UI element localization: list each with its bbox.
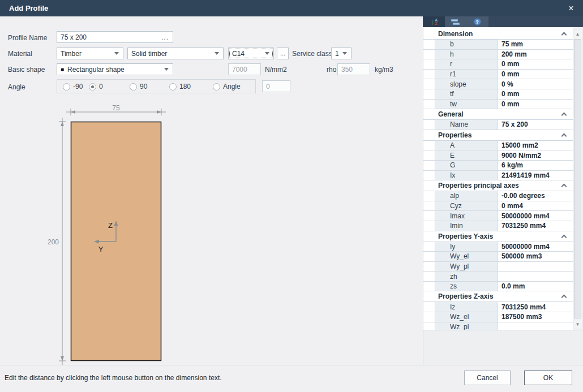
property-value[interactable]: -0.00 degrees [498,191,573,201]
property-value[interactable] [498,322,573,330]
radio-circle-icon[interactable] [130,83,137,91]
property-row[interactable]: Name75 x 200 [423,120,573,130]
height-dimension-arrows [61,122,64,361]
profile-name-ellipsis-button[interactable]: ... [161,33,169,41]
property-row[interactable]: slope0 % [423,79,573,89]
property-section-header[interactable]: Properties principal axes [423,180,573,191]
section-title: Properties Z-axis [423,292,562,300]
property-value[interactable]: 187500 mm3 [498,312,573,322]
radio-circle-icon[interactable] [89,83,96,91]
property-value[interactable]: 500000 mm3 [498,252,573,261]
property-row[interactable]: r0 mm [423,59,573,70]
property-row[interactable]: zs0.0 mm [423,282,573,292]
property-row[interactable]: Imax50000000 mm4 [423,211,573,221]
material-type-select[interactable]: Solid timber [127,48,224,59]
material-label: Material [8,50,32,58]
property-row[interactable]: E9000 N/mm2 [423,150,573,161]
property-section-header[interactable]: Properties [423,130,573,141]
collapse-chevron-icon[interactable] [561,133,567,139]
row-gutter [423,262,435,272]
collapse-chevron-icon[interactable] [561,184,567,189]
angle-radio-90[interactable]: 90 [130,83,147,91]
property-row[interactable]: Cyz0 mm4 [423,201,573,212]
property-row[interactable]: Wy_el500000 mm3 [423,252,573,262]
property-row[interactable]: h200 mm [423,50,573,60]
scroll-down-icon[interactable]: ▼ [573,320,582,329]
property-row[interactable]: Iy50000000 mm4 [423,242,573,252]
property-row[interactable]: b75 mm [423,40,573,50]
property-value[interactable]: 50000000 mm4 [498,242,573,252]
flat-view-button[interactable] [445,16,466,27]
ok-button[interactable]: OK [524,371,572,385]
property-section-header[interactable]: Properties Z-axis [423,291,573,302]
row-gutter [423,50,435,59]
material-category-select[interactable]: Timber [57,48,123,59]
property-label: E [435,150,498,160]
property-row[interactable]: Wy_pl [423,262,573,272]
width-dimension-text[interactable]: 75 [112,104,120,112]
property-row[interactable]: G6 kg/m [423,161,573,171]
property-row[interactable]: zh [423,272,573,282]
property-row[interactable]: Iz7031250 mm4 [423,302,573,312]
property-value[interactable]: 75 mm [498,40,573,49]
property-row[interactable]: alp-0.00 degrees [423,191,573,201]
property-value[interactable]: 15000 mm2 [498,141,573,150]
angle-radio-angle[interactable]: Angle [213,83,241,91]
material-grade-select[interactable]: C14 [228,48,274,59]
radio-circle-icon[interactable] [169,83,177,91]
property-value[interactable]: 21491419 mm4 [498,171,573,180]
row-gutter [423,242,435,252]
property-value[interactable]: 0 % [498,79,573,89]
property-value[interactable]: 0 mm4 [498,201,573,211]
section-shape-rect [71,122,161,361]
collapse-chevron-icon[interactable] [561,295,567,300]
scroll-up-icon[interactable]: ▲ [573,29,582,38]
property-row[interactable]: r10 mm [423,70,573,80]
property-value[interactable]: 0 mm [498,70,573,79]
property-value[interactable]: 7031250 mm4 [498,302,573,312]
property-value[interactable]: 0 mm [498,59,573,69]
property-value[interactable]: 0 mm [498,89,573,99]
property-section-header[interactable]: Properties Y-axis [423,231,573,242]
property-value[interactable]: 200 mm [498,50,573,59]
angle-radio-0[interactable]: 0 [89,83,103,91]
property-value[interactable]: 0.0 mm [498,282,573,291]
angle-radio-180[interactable]: 180 [169,83,191,91]
property-row[interactable]: Ix21491419 mm4 [423,171,573,181]
property-row[interactable]: Wz_el187500 mm3 [423,312,573,322]
material-browse-button[interactable]: ... [277,48,289,59]
property-value[interactable]: 75 x 200 [498,120,573,130]
sort-az-button[interactable]: ↓AZ [423,16,445,27]
property-row[interactable]: Imin7031250 mm4 [423,221,573,231]
profile-name-input[interactable] [57,31,173,43]
height-dimension-text[interactable]: 200 [48,238,59,246]
property-value[interactable]: 6 kg/m [498,161,573,170]
property-row[interactable]: tw0 mm [423,100,573,110]
service-class-select[interactable]: 1 [331,48,351,59]
property-value[interactable] [498,272,573,281]
property-row[interactable]: A15000 mm2 [423,141,573,151]
collapse-chevron-icon[interactable] [561,234,567,240]
cancel-button[interactable]: Cancel [464,371,511,385]
property-value[interactable] [498,262,573,272]
property-section-header[interactable]: General [423,109,573,120]
property-value[interactable]: 9000 N/mm2 [498,150,573,160]
radio-circle-icon[interactable] [213,83,220,91]
scrollbar-thumb[interactable] [574,39,581,318]
angle-radio--90[interactable]: -90 [63,83,83,91]
chevron-down-icon [215,52,219,55]
property-section-header[interactable]: Dimension [423,29,573,40]
property-value[interactable]: 0 mm [498,100,573,109]
property-grid-scrollbar[interactable]: ▲ ▼ [573,29,582,329]
width-dimension-line [66,109,166,115]
help-button[interactable]: ? [466,16,488,27]
collapse-chevron-icon[interactable] [561,32,567,38]
close-icon[interactable]: × [565,2,577,15]
property-value[interactable]: 50000000 mm4 [498,211,573,221]
property-value[interactable]: 7031250 mm4 [498,221,573,231]
property-row[interactable]: Wz_pl [423,322,573,330]
basic-shape-select[interactable]: ■ Rectangular shape [57,63,173,75]
property-row[interactable]: tf0 mm [423,89,573,100]
collapse-chevron-icon[interactable] [561,113,567,118]
radio-circle-icon[interactable] [63,83,70,91]
